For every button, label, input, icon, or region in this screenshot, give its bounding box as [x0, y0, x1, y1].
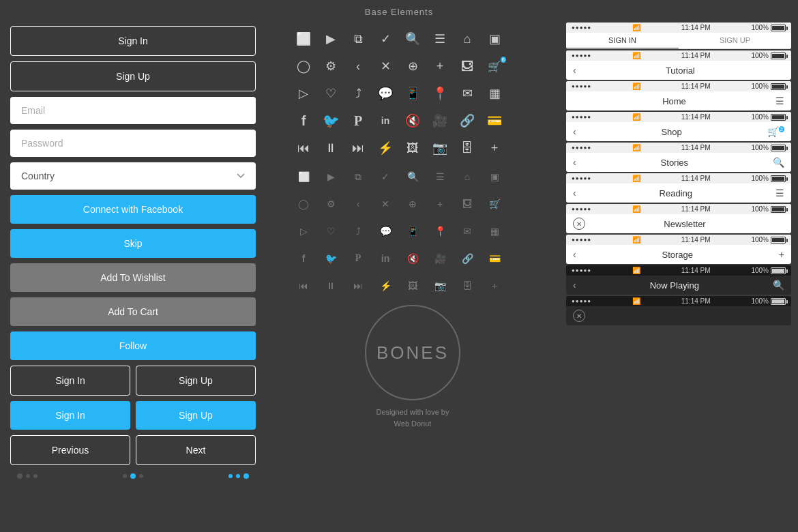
empty-sm-5 — [509, 273, 535, 299]
close-icon: ✕ — [372, 53, 398, 79]
signin-signup-blue-row: Sign In Sign Up — [10, 401, 256, 430]
signin-blue-btn[interactable]: Sign In — [10, 401, 130, 430]
tab-signin[interactable]: SIGN IN — [566, 33, 679, 48]
cart-badge-icon-sm: 🛒 — [482, 191, 507, 217]
sign-in-outline-button[interactable]: Sign In — [10, 26, 256, 56]
nav-shop: ‹ Shop 🛒2 — [566, 122, 791, 141]
add-icon-storage[interactable]: + — [779, 249, 784, 260]
dot-6 — [139, 474, 143, 478]
add-icon-sm: + — [427, 191, 453, 217]
pinterest-icon: P — [345, 108, 371, 134]
left-panel: Sign In Sign Up Country Connect with Fac… — [7, 23, 259, 527]
location-icon-sm: 📍 — [427, 218, 453, 244]
back-icon-reading[interactable]: ‹ — [573, 188, 576, 198]
cart-icon: ⛾ — [454, 53, 480, 79]
country-select[interactable]: Country — [10, 162, 256, 190]
tab-signup[interactable]: SIGN UP — [679, 33, 791, 48]
copy-icon: ⧉ — [345, 26, 371, 52]
card-icon-sm: 💳 — [482, 246, 507, 271]
prev-next-row: Previous Next — [10, 435, 256, 465]
pause-icon-sm: ⏸ — [318, 273, 344, 299]
share-icon: ⤴ — [345, 80, 371, 106]
battery-icon-6 — [771, 175, 786, 182]
dot-group-3 — [228, 473, 249, 479]
mobile-screen-last: ●●●●● 📶 11:14 PM 100% ✕ — [566, 296, 791, 325]
designed-credit: Designed with love by Web Donut — [376, 407, 449, 429]
close-icon-newsletter[interactable]: ✕ — [573, 218, 585, 230]
back-icon-shop[interactable]: ‹ — [573, 126, 576, 137]
nav-last: ✕ — [566, 306, 791, 325]
cart-badge-icon: 🛒6 — [482, 53, 507, 79]
next-button[interactable]: Next — [136, 435, 256, 465]
mute-icon-sm: 🔇 — [400, 246, 426, 271]
image-icon-sm: ⬜ — [291, 164, 316, 190]
bones-text: BONES — [376, 342, 449, 364]
nav-storage: ‹ Storage + — [566, 245, 791, 264]
email-field[interactable] — [10, 97, 256, 124]
menu-icon-home[interactable]: ☰ — [775, 95, 784, 106]
search-icon-stories[interactable]: 🔍 — [773, 157, 784, 168]
photo-icon-sm: 🖼 — [400, 273, 426, 299]
dot-3 — [33, 474, 38, 478]
battery-icon-2 — [771, 53, 786, 59]
film-icon: ▦ — [482, 80, 507, 106]
play-icon-sm: ▶ — [318, 164, 344, 190]
settings-icon: ⚙ — [318, 53, 344, 79]
battery-icon-5 — [771, 145, 786, 151]
signin-signup-tabs: SIGN IN SIGN UP — [566, 33, 791, 49]
flash-icon: ⚡ — [372, 135, 398, 161]
password-field[interactable] — [10, 130, 256, 157]
mobile-screen-tutorial: ●●●●● 📶 11:14 PM 100% ‹ Tutorial — [566, 50, 791, 80]
film-icon-sm: ▦ — [482, 218, 507, 244]
previous-button[interactable]: Previous — [10, 435, 130, 465]
mail-icon: ✉ — [454, 80, 480, 106]
close-icon-last[interactable]: ✕ — [573, 310, 585, 322]
rewind-icon: ⏮ — [291, 135, 316, 161]
time-display: 11:14 PM — [681, 24, 711, 31]
signin-outline-btn[interactable]: Sign In — [10, 366, 130, 396]
wishlist-button[interactable]: Add To Wishlist — [10, 263, 256, 292]
location-icon: 📍 — [427, 80, 453, 106]
check-icon: ✓ — [372, 26, 398, 52]
cart-icon-shop[interactable]: 🛒2 — [767, 126, 784, 137]
cart-button[interactable]: Add To Cart — [10, 297, 256, 326]
empty-cell-1 — [509, 26, 535, 52]
sign-up-outline-button[interactable]: Sign Up — [10, 61, 256, 91]
facebook-icon: f — [291, 108, 316, 134]
back-icon-tutorial[interactable]: ‹ — [573, 65, 576, 76]
nav-reading: ‹ Reading ☰ — [566, 183, 791, 203]
play-icon: ▶ — [318, 26, 344, 52]
back-icon-storage[interactable]: ‹ — [573, 249, 576, 260]
battery-icon-8 — [771, 237, 786, 243]
close-icon-sm: ✕ — [372, 191, 398, 217]
follow-button[interactable]: Follow — [10, 331, 256, 360]
status-bar-1: ●●●●● 📶 11:14 PM 100% — [566, 23, 791, 33]
twitter-icon-sm: 🐦 — [318, 246, 344, 271]
nav-tutorial: ‹ Tutorial — [566, 61, 791, 80]
search-icon-nowplaying[interactable]: 🔍 — [773, 280, 784, 291]
signup-blue-btn[interactable]: Sign Up — [136, 401, 256, 430]
mobile-screen-stories: ●●●●● 📶 11:14 PM 100% ‹ Stories 🔍 — [566, 143, 791, 172]
flash-icon-sm: ⚡ — [372, 273, 398, 299]
signup-outline-btn[interactable]: Sign Up — [136, 366, 256, 396]
facebook-button[interactable]: Connect with Facebook — [10, 195, 256, 224]
plus-icon: + — [482, 135, 507, 161]
empty-sm-3 — [509, 218, 535, 244]
back-icon-stories[interactable]: ‹ — [573, 157, 576, 168]
camera-icon-sm: 📷 — [427, 273, 453, 299]
empty-sm-1 — [509, 164, 535, 190]
user-icon: ◯ — [291, 53, 316, 79]
battery-icon-9 — [771, 267, 786, 274]
battery-icon — [771, 25, 786, 31]
dot-group-1 — [17, 473, 38, 479]
right-panel: ●●●●● 📶 11:14 PM 100% SIGN IN SIGN UP ●●… — [566, 23, 791, 527]
back-icon: ‹ — [345, 53, 371, 79]
plus-circle-icon: ⊕ — [400, 53, 426, 79]
empty-sm-4 — [509, 246, 535, 271]
back-icon-nowplaying[interactable]: ‹ — [573, 280, 576, 291]
menu-icon-reading[interactable]: ☰ — [775, 188, 784, 198]
play-circle-icon: ▷ — [291, 80, 316, 106]
status-bar-4: ●●●●● 📶 11:14 PM 100% — [566, 112, 791, 122]
skip-button[interactable]: Skip — [10, 229, 256, 258]
pinterest-icon-sm: P — [345, 246, 371, 271]
